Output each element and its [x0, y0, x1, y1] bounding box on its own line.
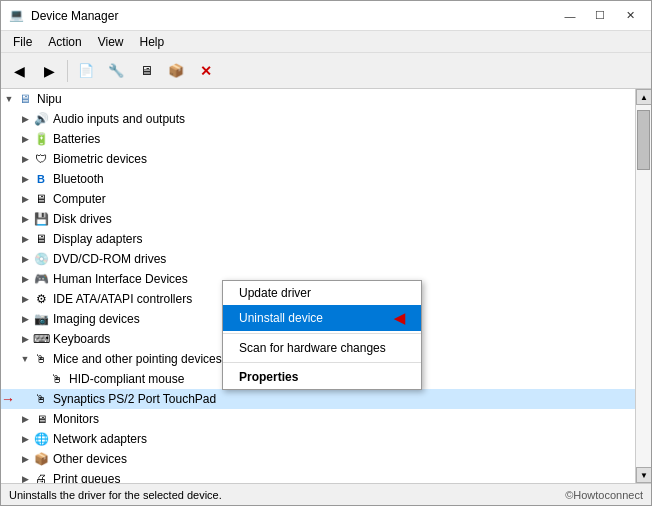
hid-icon: 🎮 [33, 271, 49, 287]
other-label: Other devices [53, 452, 127, 466]
window-title: Device Manager [31, 9, 118, 23]
list-item[interactable]: ▶ 🔊 Audio inputs and outputs [1, 109, 635, 129]
monitors-label: Monitors [53, 412, 99, 426]
synaptics-item[interactable]: → 🖱 Synaptics PS/2 Port TouchPad [1, 389, 635, 409]
scroll-down-button[interactable]: ▼ [636, 467, 651, 483]
ctx-uninstall-device[interactable]: Uninstall device ◀ [223, 305, 421, 331]
expand-root[interactable]: ▼ [1, 91, 17, 107]
list-item[interactable]: ▶ B Bluetooth [1, 169, 635, 189]
other-icon: 📦 [33, 451, 49, 467]
scroll-thumb[interactable] [637, 110, 650, 170]
list-item[interactable]: ▶ 🛡 Biometric devices [1, 149, 635, 169]
context-menu: Update driver Uninstall device ◀ Scan fo… [222, 280, 422, 390]
ide-icon: ⚙ [33, 291, 49, 307]
expand-network[interactable]: ▶ [17, 431, 33, 447]
expand-monitors[interactable]: ▶ [17, 411, 33, 427]
list-item[interactable]: ▶ 💿 DVD/CD-ROM drives [1, 249, 635, 269]
toolbar: ◀ ▶ 📄 🔧 🖥 📦 ✕ [1, 53, 651, 89]
batteries-icon: 🔋 [33, 131, 49, 147]
expand-batteries[interactable]: ▶ [17, 131, 33, 147]
scroll-up-button[interactable]: ▲ [636, 89, 651, 105]
disk-label: Disk drives [53, 212, 112, 226]
list-item[interactable]: ▶ 💾 Disk drives [1, 209, 635, 229]
bluetooth-icon: B [33, 171, 49, 187]
update-driver-button[interactable]: 🔧 [102, 57, 130, 85]
print-label: Print queues [53, 472, 120, 483]
hid-mouse-label: HID-compliant mouse [69, 372, 184, 386]
properties-button[interactable]: 📄 [72, 57, 100, 85]
monitors-icon: 🖥 [33, 411, 49, 427]
close-button[interactable]: ✕ [617, 6, 643, 26]
expand-display[interactable]: ▶ [17, 231, 33, 247]
list-item[interactable]: ▶ 🌐 Network adapters [1, 429, 635, 449]
list-item[interactable]: ▶ 🔋 Batteries [1, 129, 635, 149]
maximize-button[interactable]: ☐ [587, 6, 613, 26]
expand-synaptics [17, 391, 33, 407]
computer-label: Computer [53, 192, 106, 206]
ctx-uninstall-label: Uninstall device [239, 311, 323, 325]
forward-button[interactable]: ▶ [35, 57, 63, 85]
menu-action[interactable]: Action [40, 33, 89, 51]
audio-label: Audio inputs and outputs [53, 112, 185, 126]
ctx-divider-2 [223, 362, 421, 363]
root-label: Nipu [37, 92, 62, 106]
scan-hardware-button[interactable]: 📦 [162, 57, 190, 85]
bluetooth-label: Bluetooth [53, 172, 104, 186]
expand-audio[interactable]: ▶ [17, 111, 33, 127]
list-item[interactable]: ▶ 🖨 Print queues [1, 469, 635, 483]
dvd-icon: 💿 [33, 251, 49, 267]
vertical-scrollbar[interactable]: ▲ ▼ [635, 89, 651, 483]
mice-icon: 🖱 [33, 351, 49, 367]
print-icon: 🖨 [33, 471, 49, 483]
disk-icon: 💾 [33, 211, 49, 227]
menu-help[interactable]: Help [132, 33, 173, 51]
biometric-icon: 🛡 [33, 151, 49, 167]
device-manager-window: 💻 Device Manager — ☐ ✕ File Action View … [0, 0, 652, 506]
status-bar: Uninstalls the driver for the selected d… [1, 483, 651, 505]
hid-label: Human Interface Devices [53, 272, 188, 286]
expand-biometric[interactable]: ▶ [17, 151, 33, 167]
ctx-properties[interactable]: Properties [223, 365, 421, 389]
hid-mouse-icon: 🖱 [49, 371, 65, 387]
expand-disk[interactable]: ▶ [17, 211, 33, 227]
menu-file[interactable]: File [5, 33, 40, 51]
list-item[interactable]: ▶ 🖥 Monitors [1, 409, 635, 429]
status-text: Uninstalls the driver for the selected d… [9, 489, 222, 501]
expand-print[interactable]: ▶ [17, 471, 33, 483]
list-item[interactable]: ▶ 📦 Other devices [1, 449, 635, 469]
dvd-label: DVD/CD-ROM drives [53, 252, 166, 266]
expand-keyboards[interactable]: ▶ [17, 331, 33, 347]
back-button[interactable]: ◀ [5, 57, 33, 85]
expand-hid[interactable]: ▶ [17, 271, 33, 287]
list-item[interactable]: ▶ 🖥 Display adapters [1, 229, 635, 249]
expand-computer[interactable]: ▶ [17, 191, 33, 207]
list-item[interactable]: ▶ 🖥 Computer [1, 189, 635, 209]
expand-mice[interactable]: ▼ [17, 351, 33, 367]
scroll-track[interactable] [636, 105, 651, 467]
app-icon: 💻 [9, 8, 25, 24]
minimize-button[interactable]: — [557, 6, 583, 26]
ctx-scan-hardware[interactable]: Scan for hardware changes [223, 336, 421, 360]
imaging-label: Imaging devices [53, 312, 140, 326]
expand-ide[interactable]: ▶ [17, 291, 33, 307]
toggle-hidden-button[interactable]: 🖥 [132, 57, 160, 85]
expand-other[interactable]: ▶ [17, 451, 33, 467]
imaging-icon: 📷 [33, 311, 49, 327]
audio-icon: 🔊 [33, 111, 49, 127]
expand-hid-mouse [33, 371, 49, 387]
batteries-label: Batteries [53, 132, 100, 146]
display-label: Display adapters [53, 232, 142, 246]
expand-dvd[interactable]: ▶ [17, 251, 33, 267]
tree-root[interactable]: ▼ 🖥 Nipu [1, 89, 635, 109]
uninstall-button[interactable]: ✕ [192, 57, 220, 85]
ctx-update-driver[interactable]: Update driver [223, 281, 421, 305]
expand-bluetooth[interactable]: ▶ [17, 171, 33, 187]
expand-imaging[interactable]: ▶ [17, 311, 33, 327]
display-icon: 🖥 [33, 231, 49, 247]
computer-icon: 🖥 [33, 191, 49, 207]
menu-view[interactable]: View [90, 33, 132, 51]
title-bar-left: 💻 Device Manager [9, 8, 118, 24]
ctx-divider-1 [223, 333, 421, 334]
window-controls: — ☐ ✕ [557, 6, 643, 26]
toolbar-separator-1 [67, 60, 68, 82]
